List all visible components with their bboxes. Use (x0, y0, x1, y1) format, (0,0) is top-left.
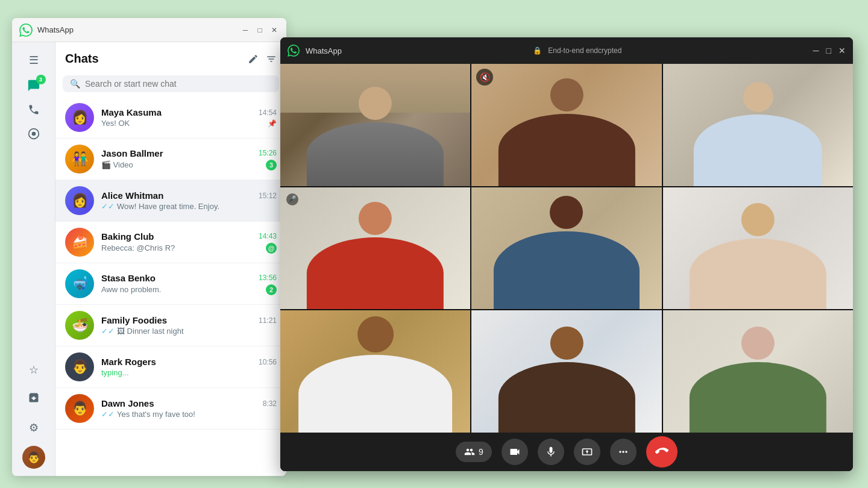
chat-top: Mark Rogers 10:56 (101, 357, 277, 367)
chat-last-msg: ✓✓ 🖼 Dinner last night (101, 327, 184, 336)
search-icon: 🔍 (70, 79, 80, 89)
chat-name: Alice Whitman (101, 190, 163, 201)
video-window-controls: ─ □ ✕ (813, 46, 846, 55)
chat-item-stasa[interactable]: 🤿 Stasa Benko 13:56 Aww no problem. 2 (55, 263, 286, 305)
video-maximize-button[interactable]: □ (826, 46, 831, 55)
chat-preview: ✓✓ Yes that's my fave too! (101, 410, 277, 419)
chat-time: 14:43 (259, 232, 277, 240)
video-cell-8 (471, 310, 661, 433)
sidebar-item-menu[interactable]: ☰ (23, 49, 45, 71)
screen-share-icon (581, 446, 593, 458)
chat-top: Baking Club 14:43 (101, 231, 277, 242)
sidebar-item-calls[interactable] (23, 100, 45, 122)
chat-preview: 🎬 Video 3 (101, 160, 277, 170)
unread-badge: 3 (266, 160, 277, 170)
starred-icon: ☆ (29, 363, 39, 377)
chat-name: Jason Ballmer (101, 148, 163, 158)
mic-button[interactable] (538, 439, 564, 465)
svg-point-1 (32, 132, 35, 135)
maximize-button[interactable]: □ (255, 25, 265, 35)
video-cell-2: 🔇 (471, 64, 661, 186)
window-titlebar: WhatsApp ─ □ ✕ (12, 18, 286, 42)
video-cell-3 (663, 64, 853, 186)
chat-panel: Chats 🔍 (55, 42, 286, 476)
settings-icon: ⚙ (29, 421, 39, 434)
end-call-button[interactable] (646, 436, 678, 468)
video-call-window: WhatsApp 🔒 End-to-end endcrypted ─ □ ✕ (280, 37, 853, 471)
sidebar-item-settings[interactable]: ⚙ (23, 417, 45, 439)
chat-name: Dawn Jones (101, 398, 154, 408)
window-title: WhatsApp (37, 25, 236, 34)
chat-item-family[interactable]: 🍜 Family Foodies 11:21 ✓✓ 🖼 Dinner last … (55, 305, 286, 346)
chat-last-msg: ✓✓ Wow! Have great time. Enjoy. (101, 202, 219, 211)
chat-last-msg: Rebecca: @Chris R? (101, 243, 175, 252)
chat-top: Jason Ballmer 15:26 (101, 148, 277, 158)
chat-preview: Aww no problem. 2 (101, 284, 277, 295)
mic-icon (545, 446, 557, 458)
sidebar-item-chats[interactable]: 3 (23, 76, 45, 98)
chat-preview: Yes! OK 📌 (101, 119, 277, 128)
chat-top: Family Foodies 11:21 (101, 315, 277, 325)
sidebar-item-archived[interactable] (23, 388, 45, 410)
unread-badge: 2 (266, 284, 277, 295)
avatar: 👫 (65, 145, 94, 174)
unread-badge: @ (266, 243, 277, 254)
chat-header: Chats (55, 42, 286, 70)
sidebar-item-status[interactable] (23, 124, 45, 146)
participants-button[interactable]: 9 (456, 442, 492, 462)
chat-last-msg: ✓✓ Yes that's my fave too! (101, 410, 195, 419)
chat-item-maya[interactable]: 👩 Maya Kasuma 14:54 Yes! OK 📌 (55, 97, 286, 139)
chat-preview: ✓✓ Wow! Have great time. Enjoy. (101, 202, 277, 211)
participants-icon (464, 446, 475, 457)
chat-name: Maya Kasuma (101, 107, 162, 117)
chat-time: 11:21 (259, 316, 277, 325)
avatar-wrap: 👨 (65, 352, 94, 381)
sidebar: ☰ 3 (12, 42, 55, 476)
chat-info: Family Foodies 11:21 ✓✓ 🖼 Dinner last ni… (101, 315, 277, 336)
chat-item-dawn[interactable]: 👨 Dawn Jones 8:32 ✓✓ Yes that's my fave … (55, 388, 286, 430)
chat-top: Stasa Benko 13:56 (101, 273, 277, 283)
video-cell-6 (663, 187, 853, 310)
avatar: 👩 (65, 186, 94, 215)
chat-time: 14:54 (259, 108, 277, 117)
chat-time: 15:26 (259, 149, 277, 157)
sidebar-item-starred[interactable]: ☆ (23, 359, 45, 381)
video-cell-1 (280, 64, 470, 186)
chat-preview: ✓✓ 🖼 Dinner last night (101, 327, 277, 336)
chat-top: Alice Whitman 15:12 (101, 190, 277, 201)
chat-preview: typing... (101, 368, 277, 377)
chat-item-jason[interactable]: 👫 Jason Ballmer 15:26 🎬 Video 3 (55, 139, 286, 180)
camera-button[interactable] (502, 439, 528, 465)
chat-top: Maya Kasuma 14:54 (101, 107, 277, 117)
chat-info: Baking Club 14:43 Rebecca: @Chris R? @ (101, 231, 277, 254)
chats-title: Chats (65, 52, 99, 66)
avatar-wrap: 🍜 (65, 311, 94, 340)
close-button[interactable]: ✕ (269, 25, 279, 35)
calls-icon (28, 104, 40, 119)
chat-item-baking[interactable]: 🍰 Baking Club 14:43 Rebecca: @Chris R? @ (55, 222, 286, 263)
search-input[interactable] (85, 79, 272, 89)
chat-last-msg: Yes! OK (101, 119, 130, 128)
chat-info: Jason Ballmer 15:26 🎬 Video 3 (101, 148, 277, 170)
participants-count: 9 (479, 447, 483, 457)
video-app-name: WhatsApp (306, 46, 342, 55)
lock-icon: 🔒 (533, 46, 542, 55)
video-cell-9 (663, 310, 853, 433)
new-chat-button[interactable] (248, 54, 259, 64)
minimize-button[interactable]: ─ (241, 25, 250, 35)
chat-item-alice[interactable]: 👩 Alice Whitman 15:12 ✓✓ Wow! Have great… (55, 180, 286, 222)
video-minimize-button[interactable]: ─ (813, 46, 819, 55)
typing-indicator: typing... (101, 368, 129, 377)
chat-item-mark[interactable]: 👨 Mark Rogers 10:56 typing... (55, 346, 286, 388)
video-grid: 🔇 🎤 (280, 64, 853, 433)
screen-share-button[interactable] (574, 439, 600, 465)
chat-name: Baking Club (101, 231, 154, 242)
more-options-button[interactable] (610, 439, 637, 465)
avatar: 👩 (65, 103, 94, 132)
chat-preview: Rebecca: @Chris R? @ (101, 243, 277, 254)
pin-icon: 📌 (268, 119, 277, 128)
video-close-button[interactable]: ✕ (838, 46, 846, 55)
user-avatar[interactable]: 👨 (22, 446, 45, 469)
chat-info: Mark Rogers 10:56 typing... (101, 357, 277, 377)
filter-button[interactable] (266, 54, 277, 64)
